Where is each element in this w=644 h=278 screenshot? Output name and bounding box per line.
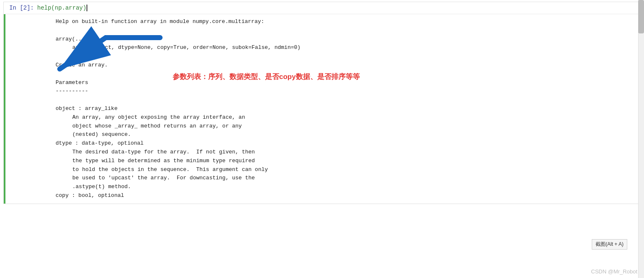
cursor [87, 5, 87, 11]
output-line-20: copy : bool, optional [56, 191, 640, 200]
code-text: help(np.array) [37, 5, 87, 11]
cell-input-code[interactable]: help(np.array) [37, 5, 87, 11]
annotation-text: 参数列表：序列、数据类型、是否copy数据、是否排序等等 [173, 71, 360, 82]
brand-text: CSDN @Mr_Robot [591, 268, 637, 275]
output-line-16: the type will be determined as the minim… [56, 157, 640, 166]
output-line-8: ---------- [56, 87, 640, 96]
output-line-0: Help on built-in function array in modul… [56, 18, 640, 26]
cell-input: In [2]: help(np.array) [4, 2, 640, 14]
output-line-10: object : array_like [56, 105, 640, 113]
output-line-12: object whose _array_ method returns an a… [56, 122, 640, 131]
bottom-bar: CSDN @Mr_Robot [560, 265, 644, 278]
output-content: Help on built-in function array in modul… [5, 18, 640, 200]
notebook-cell: In [2]: help(np.array) Help on built-in … [3, 2, 641, 204]
cell-output: Help on built-in function array in modul… [4, 14, 640, 204]
main-wrapper: In [2]: help(np.array) Help on built-in … [0, 0, 644, 278]
output-line-15: The desired data-type for the array. If … [56, 148, 640, 157]
cell-input-label: In [2]: [4, 5, 37, 11]
output-line-11: An array, any object exposing the array … [56, 113, 640, 122]
annotation-arrow [39, 33, 173, 79]
output-line-19: .astype(t) method. [56, 183, 640, 191]
output-line-14: dtype : data-type, optional [56, 139, 640, 148]
output-line-13: (nested) sequence. [56, 130, 640, 139]
scrollbar-track[interactable] [638, 0, 644, 278]
output-line-17: to hold the objects in the sequence. Thi… [56, 166, 640, 174]
scrollbar-thumb[interactable] [638, 0, 644, 33]
screenshot-button[interactable]: 截图(Alt + A) [592, 239, 627, 250]
output-line-18: be used to 'upcast' the array. For downc… [56, 174, 640, 183]
output-line-blank-9 [56, 96, 640, 105]
